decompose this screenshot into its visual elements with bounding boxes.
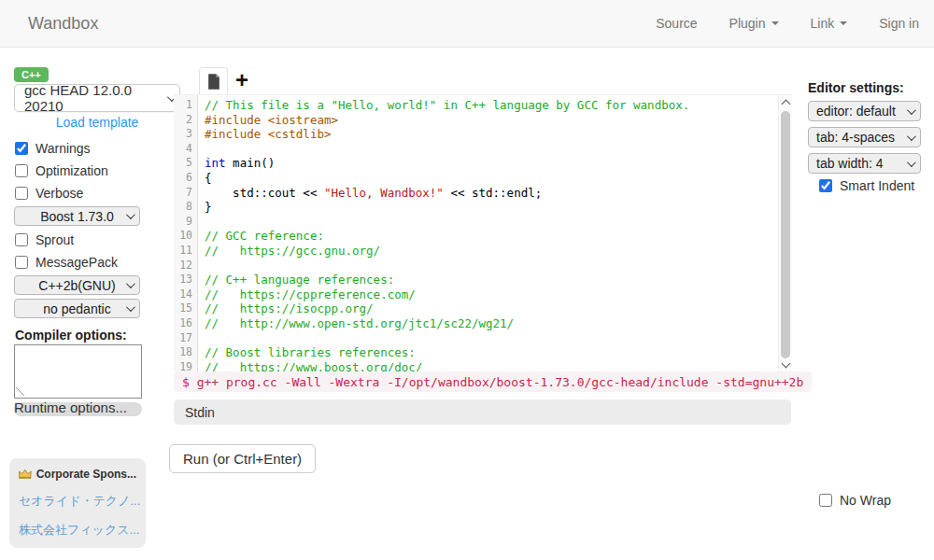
line-number: 14 — [174, 287, 197, 302]
compiler-select-value: gcc HEAD 12.0.0 20210 — [24, 82, 170, 114]
editor-tab[interactable] — [199, 67, 228, 95]
chevron-down-icon — [907, 158, 916, 167]
library-row-messagepack[interactable]: MessagePack — [15, 255, 118, 270]
code-line: // GCC reference: — [205, 229, 777, 244]
editor-scrollbar[interactable] — [778, 95, 792, 371]
pedantic-select[interactable]: no pedantic — [14, 299, 140, 318]
line-number: 1 — [174, 98, 197, 113]
nav-item-plugin[interactable]: Plugin — [729, 16, 779, 31]
smart-indent-checkbox[interactable] — [819, 179, 832, 192]
chevron-down-icon — [126, 279, 135, 288]
load-template-link[interactable]: Load template — [14, 115, 180, 130]
textarea-resize-grip[interactable] — [16, 387, 24, 396]
pedantic-value: no pedantic — [43, 301, 110, 316]
flag-row-verbose[interactable]: Verbose — [15, 186, 83, 201]
line-number-gutter: 12345678910111213141516171819 — [174, 95, 198, 371]
editor-setting-value: tab: 4-spaces — [816, 130, 895, 145]
library-checkbox-messagepack[interactable] — [15, 256, 28, 269]
std-version-select[interactable]: C++2b(GNU) — [14, 275, 140, 295]
flag-checkbox-optimization[interactable] — [15, 164, 28, 177]
code-line: std::cout << "Hello, Wandbox!" << std::e… — [205, 186, 777, 201]
code-token: // This file is a "Hello, world!" in C++… — [205, 98, 689, 112]
nav-item-link[interactable]: Link — [811, 16, 848, 31]
line-number: 4 — [174, 142, 197, 157]
flag-label: Warnings — [35, 141, 91, 156]
wandbox-app: Wandbox SourcePluginLinkSign in C++ gcc … — [0, 0, 934, 560]
scroll-up-icon[interactable] — [782, 100, 791, 109]
run-button[interactable]: Run (or Ctrl+Enter) — [169, 444, 316, 473]
flag-checkbox-warnings[interactable] — [15, 142, 28, 155]
sponsor-link[interactable]: セオライド・テクノ... — [19, 493, 136, 510]
add-tab-button[interactable]: + — [232, 67, 252, 93]
code-editor[interactable]: 12345678910111213141516171819 // This fi… — [174, 94, 792, 371]
code-token: #include <cstdlib> — [205, 127, 331, 141]
code-line: #include <iostream> — [205, 113, 777, 128]
language-badge: C++ — [14, 67, 49, 82]
stdin-label: Stdin — [185, 405, 215, 420]
caret-down-icon — [840, 21, 847, 25]
runtime-options-label: Runtime options... — [14, 399, 127, 415]
compiler-options-label: Compiler options: — [15, 328, 127, 343]
code-line — [205, 331, 777, 346]
sponsors-title-text: Corporate Spons... — [36, 468, 136, 481]
library-checkbox-sprout[interactable] — [15, 233, 28, 246]
caret-down-icon — [771, 21, 779, 25]
code-line: // https://isocpp.org/ — [205, 301, 777, 316]
code-line: // https://www.boost.org/doc/ — [205, 360, 777, 371]
code-token: // C++ language references: — [205, 273, 394, 287]
stdin-expander[interactable]: Stdin — [174, 399, 791, 425]
code-token: // https://isocpp.org/ — [205, 301, 374, 315]
line-number: 16 — [174, 316, 197, 331]
compile-command-line: $ g++ prog.cc -Wall -Wextra -I/opt/wandb… — [174, 371, 812, 392]
line-number: 12 — [174, 259, 197, 273]
flag-row-optimization[interactable]: Optimization — [15, 163, 108, 178]
library-row-sprout[interactable]: Sprout — [15, 232, 74, 247]
scroll-down-icon[interactable] — [782, 359, 791, 369]
code-token: // https://cppreference.com/ — [205, 287, 416, 301]
editor-setting-value: tab width: 4 — [816, 156, 884, 171]
boost-select[interactable]: Boost 1.73.0 — [14, 206, 140, 226]
compiler-select[interactable]: gcc HEAD 12.0.0 20210 — [14, 84, 180, 112]
chevron-down-icon — [126, 210, 135, 219]
flag-label: Verbose — [35, 186, 83, 201]
line-number: 18 — [174, 345, 197, 360]
line-number: 2 — [174, 113, 197, 128]
line-number: 19 — [174, 360, 197, 371]
nav-item-sign-in[interactable]: Sign in — [879, 16, 919, 31]
code-line — [205, 259, 777, 273]
code-line: { — [205, 171, 777, 186]
line-number: 6 — [174, 171, 197, 186]
sponsor-link[interactable]: 株式会社フィックス... — [19, 522, 136, 539]
nav-item-label: Sign in — [879, 16, 919, 31]
runtime-options-expander[interactable]: Runtime options... — [14, 402, 142, 416]
compiler-options-textarea[interactable] — [14, 344, 142, 399]
editor-setting-select-2[interactable]: tab width: 4 — [808, 153, 921, 174]
line-number: 7 — [174, 186, 197, 201]
flag-row-warnings[interactable]: Warnings — [15, 141, 91, 156]
nav-item-source[interactable]: Source — [656, 16, 697, 31]
code-token: // https://gcc.gnu.org/ — [205, 244, 380, 258]
flag-checkbox-verbose[interactable] — [15, 187, 28, 200]
editor-setting-select-0[interactable]: editor: default — [808, 101, 921, 121]
brand-title[interactable]: Wandbox — [28, 14, 98, 34]
navbar: Wandbox SourcePluginLinkSign in — [0, 0, 934, 48]
no-wrap-row[interactable]: No Wrap — [819, 493, 891, 508]
editor-settings-title: Editor settings: — [808, 80, 904, 95]
editor-setting-value: editor: default — [816, 104, 896, 119]
no-wrap-checkbox[interactable] — [819, 494, 832, 507]
code-token: // http://www.open-std.org/jtc1/sc22/wg2… — [205, 316, 514, 330]
library-label: MessagePack — [35, 255, 118, 270]
scrollbar-thumb[interactable] — [781, 111, 790, 358]
navbar-menu: SourcePluginLinkSign in — [656, 0, 919, 47]
code-line — [205, 142, 777, 157]
code-token: // https://www.boost.org/doc/ — [205, 360, 422, 371]
code-line: #include <cstdlib> — [205, 127, 777, 142]
boost-select-value: Boost 1.73.0 — [40, 209, 114, 224]
editor-setting-select-1[interactable]: tab: 4-spaces — [808, 127, 921, 147]
line-number: 13 — [174, 273, 197, 287]
line-number: 15 — [174, 301, 197, 316]
code-area[interactable]: // This file is a "Hello, world!" in C++… — [199, 95, 777, 371]
code-line: int main() — [205, 156, 777, 171]
smart-indent-label: Smart Indent — [840, 178, 914, 193]
smart-indent-row[interactable]: Smart Indent — [819, 178, 914, 193]
